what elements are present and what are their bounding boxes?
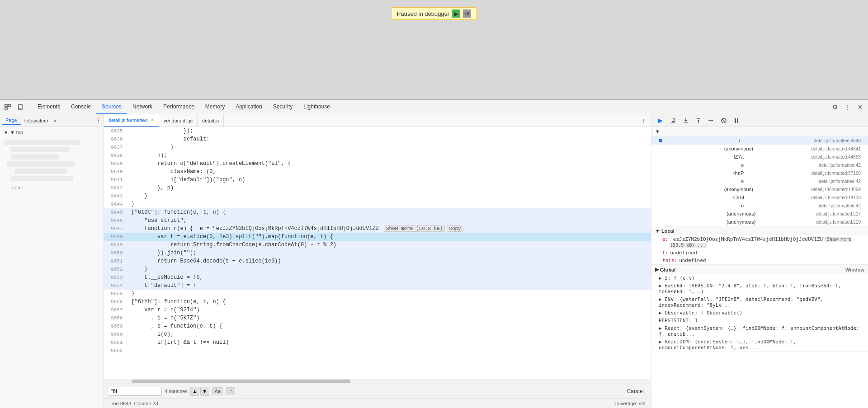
search-next-button[interactable]: ▼ bbox=[200, 387, 209, 396]
line-code[interactable]: default: bbox=[127, 135, 651, 143]
line-code[interactable]: var r = n("93I4") bbox=[127, 306, 651, 314]
line-code[interactable]: className: (0, bbox=[127, 168, 651, 176]
scope-global-item[interactable]: ▶ React: {eventSystem: {…}, findDOMNode:… bbox=[651, 324, 868, 338]
table-row[interactable]: 9639 return o["default"].createElement("… bbox=[104, 159, 651, 168]
tab-security[interactable]: Security bbox=[268, 100, 298, 114]
debug-step-button[interactable] bbox=[706, 115, 717, 126]
tree-root-item[interactable]: ▼ ▼ top bbox=[0, 129, 104, 136]
debug-step-out-button[interactable] bbox=[693, 115, 704, 126]
table-row[interactable]: 9654 t["default"] = r bbox=[104, 281, 651, 290]
search-prev-button[interactable]: ▲ bbox=[190, 387, 199, 396]
call-stack-item[interactable]: (anonymous)detail.js:formatted:219 bbox=[651, 218, 868, 226]
tab-network[interactable]: Network bbox=[127, 100, 158, 114]
file-tab-vendors-dll[interactable]: vendors.dll.js bbox=[159, 114, 198, 127]
line-code[interactable]: , s = function(e, t) { bbox=[127, 322, 651, 330]
table-row[interactable]: 9642 }, p) bbox=[104, 184, 651, 192]
sidebar-menu-button[interactable]: ⋮ bbox=[95, 117, 102, 124]
table-row[interactable]: 9659 , s = function(e, t) { bbox=[104, 322, 651, 330]
close-devtools-button[interactable]: ✕ bbox=[854, 101, 866, 113]
scope-global-item[interactable]: ▶ $: f (e,t) bbox=[651, 274, 868, 282]
horizontal-scrollbar[interactable] bbox=[104, 379, 651, 384]
call-stack-item[interactable]: fZ7adetail.js:formatted:44553 bbox=[651, 153, 868, 161]
line-code[interactable] bbox=[127, 347, 651, 355]
show-more-badge[interactable]: Show more (59.8 kB) bbox=[384, 225, 445, 232]
debug-step-into-button[interactable] bbox=[680, 115, 691, 126]
tab-application[interactable]: Application bbox=[230, 100, 268, 114]
line-code[interactable]: var t = e.slice(0, 1e3).split("").map(fu… bbox=[127, 233, 651, 241]
call-stack-item[interactable]: odetail.js:formatted:42 bbox=[651, 177, 868, 185]
table-row[interactable]: 9641 i["default"])("pgn", c) bbox=[104, 176, 651, 184]
table-row[interactable]: 9637 } bbox=[104, 143, 651, 151]
call-stack-header[interactable]: ▼ bbox=[651, 127, 868, 136]
call-stack-item[interactable]: (anonymous)detail.js:formatted:217 bbox=[651, 210, 868, 218]
search-match-case-button[interactable]: Aa bbox=[212, 387, 223, 395]
tab-console[interactable]: Console bbox=[66, 100, 96, 114]
scope-global-item[interactable]: ▶ ReactDOM: {eventSystem: {…}, findDOMNo… bbox=[651, 338, 868, 352]
table-row[interactable]: 9649 return String.fromCharCode(e.charCo… bbox=[104, 241, 651, 249]
line-code[interactable]: } bbox=[127, 200, 651, 208]
table-row[interactable]: 9650 }).join(""); bbox=[104, 249, 651, 257]
table-row[interactable]: 9645["6t0t"]: function(e, t, n) { bbox=[104, 208, 651, 216]
line-code[interactable]: }); bbox=[127, 151, 651, 159]
tab-elements[interactable]: Elements bbox=[32, 100, 66, 114]
step-button[interactable]: ↺ bbox=[463, 9, 471, 18]
line-code[interactable]: i["default"])("pgn", c) bbox=[127, 176, 651, 184]
table-row[interactable]: 9657 var r = n("93I4") bbox=[104, 306, 651, 314]
copy-badge[interactable]: Copy bbox=[447, 225, 463, 232]
table-row[interactable]: 9644} bbox=[104, 200, 651, 208]
line-code[interactable]: }, p) bbox=[127, 184, 651, 192]
table-row[interactable]: 9648 var t = e.slice(0, 1e3).split("").m… bbox=[104, 233, 651, 241]
settings-button[interactable]: ⚙ bbox=[829, 101, 841, 113]
table-row[interactable]: 9658 , i = n("5K7Z") bbox=[104, 314, 651, 322]
line-code[interactable]: ["6t0t"]: function(e, t, n) { bbox=[127, 208, 651, 216]
table-row[interactable]: 9643 } bbox=[104, 192, 651, 200]
call-stack-item[interactable]: (anonymous)detail.js:formatted:14069 bbox=[651, 185, 868, 193]
sidebar-tab-filesystem[interactable]: Filesystem bbox=[21, 117, 52, 124]
line-code[interactable]: , i = n("5K7Z") bbox=[127, 314, 651, 322]
table-row[interactable]: 9638 }); bbox=[104, 151, 651, 159]
line-code[interactable]: } bbox=[127, 265, 651, 273]
close-tab-formatted[interactable]: ✕ bbox=[151, 117, 154, 122]
table-row[interactable]: 9656["6tYh"]: function(e, t, n) { bbox=[104, 298, 651, 306]
search-input[interactable] bbox=[108, 387, 162, 396]
debug-deactivate-button[interactable] bbox=[718, 115, 729, 126]
line-code[interactable]: }).join(""); bbox=[127, 249, 651, 257]
scope-global-item[interactable]: ▶ Base64: {VERSION: "2.4.8", atob: f, bt… bbox=[651, 282, 868, 295]
mobile-toggle-button[interactable] bbox=[14, 101, 26, 113]
scope-global-item[interactable]: ▶ Observable: f Observable() bbox=[651, 309, 868, 317]
line-code[interactable]: return String.fromCharCode(e.charCodeAt(… bbox=[127, 241, 651, 249]
scope-show-more[interactable]: Show more (59.9 kB) ... bbox=[670, 237, 851, 248]
call-stack-item[interactable]: (anonymous)detail.js:formatted:44341 bbox=[651, 145, 868, 153]
sidebar-tab-page[interactable]: Page bbox=[2, 117, 21, 125]
scope-global-header[interactable]: ▶ GlobalWindow bbox=[651, 265, 868, 274]
call-stack-item[interactable]: rdetail.js:formatted:9648 bbox=[651, 136, 868, 145]
line-code[interactable]: t["default"] = r bbox=[127, 281, 651, 290]
scope-global-item[interactable]: PERSISTENT: 1 bbox=[651, 317, 868, 324]
resume-button[interactable]: ▶ bbox=[452, 9, 460, 18]
call-stack-item[interactable]: odetail.js:formatted:42 bbox=[651, 202, 868, 210]
line-code[interactable]: if(i(t) && t !== null) bbox=[127, 338, 651, 347]
table-row[interactable]: 9646 "use strict"; bbox=[104, 216, 651, 225]
line-code[interactable]: return Base64.decode(t + e.slice(1e3)) bbox=[127, 257, 651, 265]
close-search-icon[interactable]: ↕ bbox=[637, 115, 649, 127]
debug-resume-button[interactable]: ▶ bbox=[655, 115, 666, 126]
line-code[interactable]: i(e); bbox=[127, 330, 651, 338]
table-row[interactable]: 9660 i(e); bbox=[104, 330, 651, 338]
table-row[interactable]: 9661 if(i(t) && t !== null) bbox=[104, 338, 651, 347]
line-code[interactable]: "use strict"; bbox=[127, 216, 651, 225]
line-code[interactable]: } bbox=[127, 143, 651, 151]
table-row[interactable]: 9662 bbox=[104, 347, 651, 355]
table-row[interactable]: 9647 function r(e) { e = "ezJzZYN2bIQjOo… bbox=[104, 225, 651, 233]
line-code[interactable]: function r(e) { e = "ezJzZYN2bIQjOosjMkR… bbox=[127, 225, 651, 233]
line-code[interactable]: t.__esModule = !0, bbox=[127, 273, 651, 281]
tab-memory[interactable]: Memory bbox=[200, 100, 230, 114]
table-row[interactable]: 9636 default: bbox=[104, 135, 651, 143]
debug-step-over-button[interactable] bbox=[668, 115, 679, 126]
line-code[interactable]: }); bbox=[127, 127, 651, 135]
search-regex-button[interactable]: .* bbox=[226, 387, 235, 395]
inspect-element-button[interactable] bbox=[2, 101, 14, 113]
line-code[interactable]: ["6tYh"]: function(e, t, n) { bbox=[127, 298, 651, 306]
file-tab-detail-formatted[interactable]: detail.js:formatted ✕ bbox=[104, 114, 159, 127]
tab-performance[interactable]: Performance bbox=[158, 100, 200, 114]
table-row[interactable]: 9635 }); bbox=[104, 127, 651, 135]
